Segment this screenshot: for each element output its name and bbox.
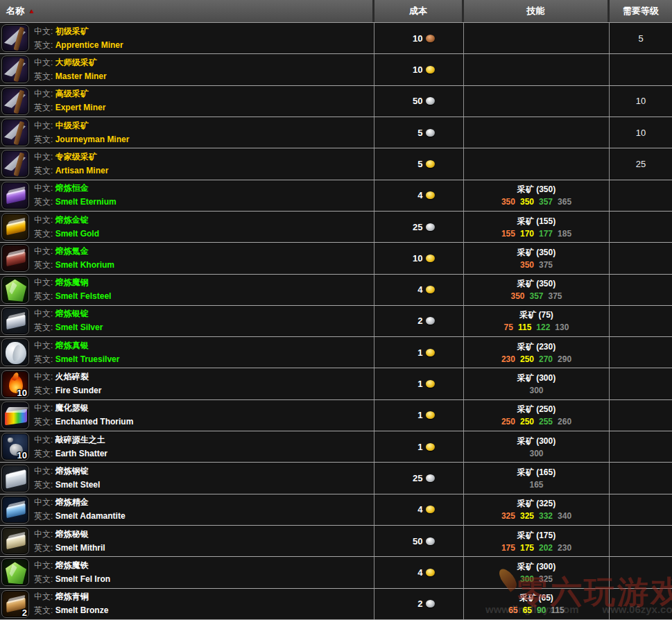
spell-name-chinese-link[interactable]: 中级采矿: [55, 121, 89, 130]
table-row: 中文: 熔炼银锭 英文: Smelt Silver 2 采矿 (75) 7511…: [0, 306, 672, 337]
spell-name-english-link[interactable]: Apprentice Miner: [55, 40, 123, 50]
spell-icon[interactable]: [1, 527, 29, 555]
spell-names: 中文: 火焰碎裂 英文: Fire Sunder: [34, 371, 101, 397]
skill-value: 175: [520, 543, 534, 553]
spell-icon[interactable]: [1, 182, 29, 209]
spell-icon[interactable]: 2: [1, 590, 29, 618]
spell-name-english-link[interactable]: Smelt Felsteel: [55, 291, 112, 301]
table-row: 中文: 魔化瑟银 英文: Enchanted Thorium 1 采矿 (250…: [0, 400, 672, 431]
english-label: 英文:: [34, 417, 53, 427]
spell-icon[interactable]: [1, 150, 29, 178]
spell-name-chinese-link[interactable]: 火焰碎裂: [55, 372, 89, 381]
column-header-name[interactable]: 名称 ▲: [0, 0, 374, 22]
spell-icon[interactable]: [1, 244, 29, 272]
skill-title: 采矿 (155): [517, 216, 555, 227]
column-header-required-level[interactable]: 需要等级: [610, 0, 672, 22]
spell-icon[interactable]: 10: [1, 433, 29, 460]
table-row: 中文: 熔炼恒金 英文: Smelt Eternium 4 采矿 (350) 3…: [0, 180, 672, 212]
spell-name-chinese-link[interactable]: 魔化瑟银: [55, 403, 89, 413]
spell-name-chinese-link[interactable]: 熔炼氪金: [55, 246, 89, 256]
spell-icon[interactable]: [1, 24, 29, 52]
coin-icon: [426, 66, 435, 74]
skill-cell: 采矿 (155) 155170177185: [464, 212, 610, 242]
spell-icon[interactable]: [1, 213, 29, 241]
spell-icon[interactable]: [1, 338, 29, 366]
spell-name-chinese-link[interactable]: 专家级采矿: [55, 152, 97, 162]
spell-names: 中文: 中级采矿 英文: Journeyman Miner: [34, 120, 129, 146]
skill-breakpoints: 300: [529, 386, 543, 395]
table-row: 中文: 专家级采矿 英文: Artisan Miner 5 25: [0, 148, 672, 180]
spell-name-chinese-link[interactable]: 熔炼恒金: [55, 183, 89, 193]
spell-icon[interactable]: [1, 402, 29, 429]
spell-icon[interactable]: [1, 55, 29, 83]
english-label: 英文:: [34, 511, 53, 521]
cost-amount: 5: [404, 128, 423, 138]
spell-name-english-link[interactable]: Smelt Gold: [55, 229, 99, 239]
skill-value: 165: [529, 480, 543, 490]
spell-icon[interactable]: [1, 307, 29, 335]
chinese-label: 中文:: [34, 277, 53, 287]
skill-breakpoints: 350357375: [510, 291, 562, 301]
spell-name-chinese-link[interactable]: 熔炼精金: [55, 497, 89, 507]
skill-breakpoints: 350350357365: [501, 197, 571, 207]
spell-name-english-link[interactable]: Expert Miner: [55, 103, 106, 112]
spell-name-chinese-link[interactable]: 熔炼秘银: [55, 529, 89, 539]
spell-name-chinese-link[interactable]: 熔炼金锭: [55, 215, 89, 225]
spell-name-english-link[interactable]: Smelt Silver: [55, 322, 103, 332]
cost-amount: 2: [404, 599, 423, 609]
sort-ascending-icon: ▲: [28, 8, 35, 15]
spell-icon[interactable]: [1, 87, 29, 115]
required-level: [610, 243, 672, 273]
spell-icon[interactable]: [1, 276, 29, 304]
column-header-skill[interactable]: 技能: [464, 0, 610, 22]
spell-icon[interactable]: [1, 558, 29, 586]
spell-name-english-link[interactable]: Smelt Fel Iron: [55, 574, 110, 584]
spell-name-english-link[interactable]: Smelt Adamantite: [55, 511, 126, 521]
spell-name-english-link[interactable]: Smelt Steel: [55, 480, 101, 490]
spell-name-english-link[interactable]: Fire Sunder: [55, 386, 102, 395]
spell-name-english-link[interactable]: Smelt Mithril: [55, 543, 105, 553]
spell-name-chinese-link[interactable]: 初级采矿: [55, 26, 89, 36]
skill-value: 325: [539, 574, 553, 584]
spell-name-english-link[interactable]: Journeyman Miner: [55, 135, 130, 144]
cost-amount: 50: [404, 536, 423, 546]
skill-value: 350: [501, 197, 515, 207]
skill-value: 332: [539, 511, 553, 521]
cost-amount: 1: [404, 379, 423, 389]
spell-name-english-link[interactable]: Smelt Truesilver: [55, 354, 120, 364]
spell-name-english-link[interactable]: Earth Shatter: [55, 449, 107, 458]
required-level: 10: [610, 117, 672, 148]
coin-icon: [426, 317, 435, 325]
spell-name-chinese-link[interactable]: 熔炼钢锭: [55, 466, 89, 476]
spell-name-chinese-link[interactable]: 熔炼银锭: [55, 309, 89, 318]
chinese-label: 中文:: [34, 403, 53, 413]
required-level: [610, 431, 672, 462]
spell-name-english-link[interactable]: Smelt Eternium: [55, 197, 117, 207]
skill-cell: 采矿 (230) 230250270290: [464, 337, 610, 368]
spell-name-english-link[interactable]: Smelt Bronze: [55, 605, 109, 615]
spell-name-chinese-link[interactable]: 熔炼青铜: [55, 592, 89, 601]
cost-amount: 2: [404, 316, 423, 326]
column-header-cost[interactable]: 成本: [374, 0, 464, 22]
spell-icon[interactable]: [1, 119, 29, 146]
cost-amount: 1: [404, 347, 423, 358]
skill-breakpoints: 230250270290: [501, 354, 571, 364]
spell-name-english-link[interactable]: Enchanted Thorium: [55, 417, 134, 427]
skill-value: 350: [520, 197, 534, 207]
coin-icon: [426, 569, 435, 576]
spell-icon[interactable]: [1, 465, 29, 492]
spell-name-english-link[interactable]: Artisan Miner: [55, 166, 109, 175]
spell-name-chinese-link[interactable]: 熔炼魔钢: [55, 277, 89, 287]
spell-name-chinese-link[interactable]: 熔炼真银: [55, 341, 89, 350]
spell-name-chinese-link[interactable]: 高级采矿: [55, 89, 89, 98]
spell-name-chinese-link[interactable]: 熔炼魔铁: [55, 560, 89, 570]
chinese-label: 中文:: [34, 183, 53, 193]
skill-cell: [464, 23, 610, 53]
spell-icon[interactable]: 10: [1, 370, 29, 398]
spell-name-chinese-link[interactable]: 大师级采矿: [55, 58, 97, 67]
spell-name-english-link[interactable]: Smelt Khorium: [55, 260, 114, 270]
spell-name-chinese-link[interactable]: 敲碎源生之土: [55, 435, 105, 445]
spell-icon[interactable]: [1, 496, 29, 524]
spell-name-english-link[interactable]: Master Miner: [55, 71, 107, 81]
skill-value: 75: [504, 322, 513, 332]
